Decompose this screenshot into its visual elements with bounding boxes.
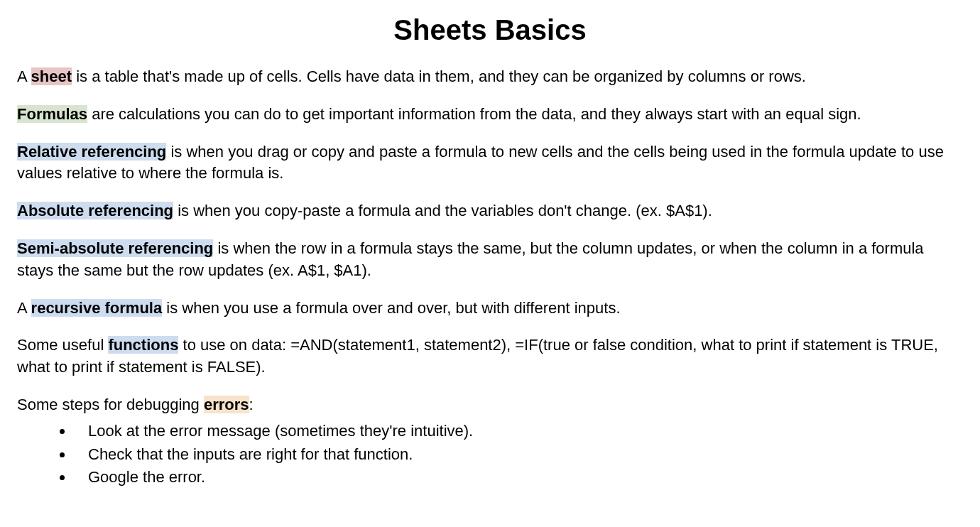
error-steps-list: Look at the error message (sometimes the…	[17, 420, 963, 489]
term-sheet: sheet	[31, 67, 72, 85]
term-semi-absolute-referencing: Semi-absolute referencing	[17, 239, 213, 257]
term-recursive-formula: recursive formula	[31, 299, 163, 317]
term-absolute-referencing: Absolute referencing	[17, 202, 173, 219]
text: Some steps for debugging	[17, 396, 204, 413]
paragraph-relative-referencing: Relative referencing is when you drag or…	[17, 141, 963, 185]
paragraph-sheet: A sheet is a table that's made up of cel…	[17, 66, 963, 88]
paragraph-absolute-referencing: Absolute referencing is when you copy-pa…	[17, 200, 963, 222]
text: A	[17, 299, 31, 317]
paragraph-functions: Some useful functions to use on data: =A…	[17, 335, 963, 379]
page-title: Sheets Basics	[17, 14, 963, 46]
paragraph-errors: Some steps for debugging errors:	[17, 394, 963, 416]
list-item: Google the error.	[74, 467, 963, 489]
paragraph-formulas: Formulas are calculations you can do to …	[17, 104, 963, 126]
list-item: Look at the error message (sometimes the…	[74, 420, 963, 442]
term-relative-referencing: Relative referencing	[17, 143, 166, 161]
term-errors: errors	[204, 396, 249, 413]
text: is when you copy-paste a formula and the…	[173, 202, 712, 219]
text: :	[249, 396, 254, 413]
text: is when you use a formula over and over,…	[162, 299, 620, 317]
paragraph-semi-absolute-referencing: Semi-absolute referencing is when the ro…	[17, 238, 963, 282]
list-item: Check that the inputs are right for that…	[74, 444, 963, 466]
text: A	[17, 67, 31, 85]
paragraph-recursive-formula: A recursive formula is when you use a fo…	[17, 298, 963, 320]
text: is a table that's made up of cells. Cell…	[72, 67, 806, 85]
term-formulas: Formulas	[17, 105, 87, 123]
text: are calculations you can do to get impor…	[87, 105, 861, 123]
term-functions: functions	[108, 336, 178, 354]
text: Some useful	[17, 336, 108, 354]
